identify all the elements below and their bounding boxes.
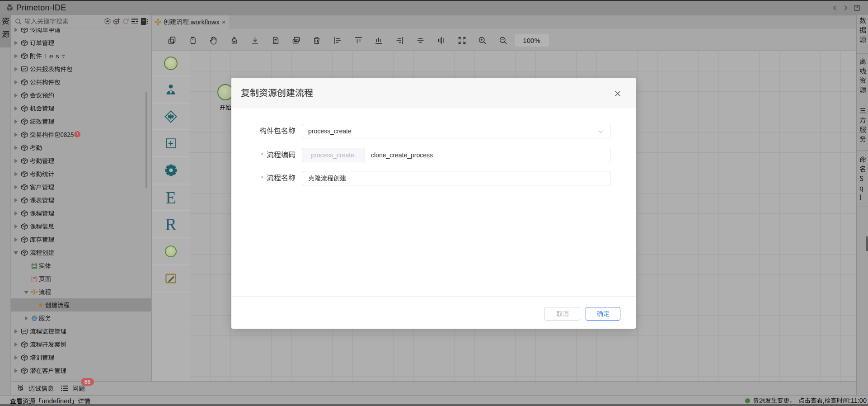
svg-text:AI: AI xyxy=(106,19,109,23)
svg-text:in: in xyxy=(142,19,145,22)
